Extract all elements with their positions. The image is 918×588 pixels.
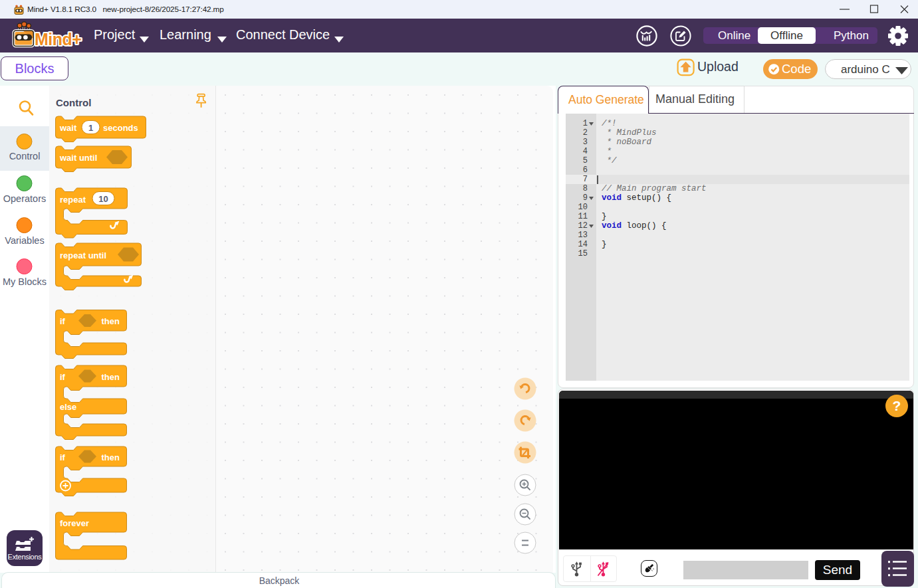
svg-text:wait: wait (59, 123, 77, 133)
svg-text:then: then (102, 316, 120, 326)
svg-text:1: 1 (88, 123, 93, 133)
svg-text:if: if (60, 452, 66, 462)
svg-text:forever: forever (60, 518, 89, 528)
svg-text:My Blocks: My Blocks (3, 276, 47, 287)
svg-text:then: then (102, 372, 120, 382)
svg-text:wait until: wait until (59, 153, 97, 163)
svg-text:Variables: Variables (5, 235, 44, 246)
svg-text:Mind+: Mind+ (35, 30, 81, 49)
svg-text:if: if (60, 316, 66, 326)
svg-text:if: if (60, 372, 66, 382)
svg-text:repeat until: repeat until (60, 250, 106, 260)
svg-text:Operators: Operators (3, 193, 46, 204)
svg-text:then: then (102, 452, 120, 462)
svg-text:repeat: repeat (60, 195, 86, 205)
svg-text:else: else (60, 402, 76, 412)
svg-text:seconds: seconds (103, 123, 138, 133)
svg-text:Control: Control (9, 151, 41, 161)
svg-text:10: 10 (98, 194, 108, 204)
